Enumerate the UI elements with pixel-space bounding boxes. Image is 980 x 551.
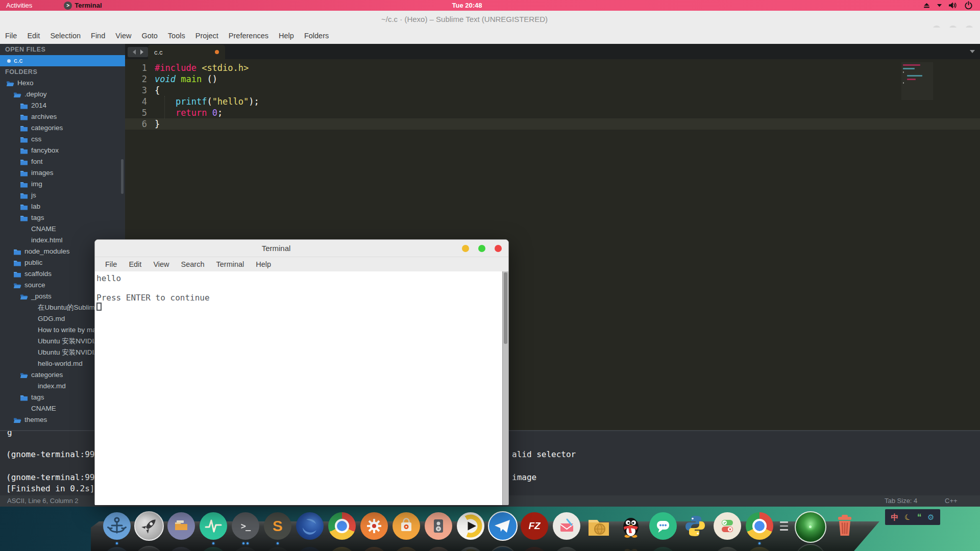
music-player-dock-icon[interactable] xyxy=(425,512,452,540)
dock-separator[interactable] xyxy=(778,512,790,540)
ime-panel[interactable]: 中☾“⚙ xyxy=(885,509,940,525)
file-manager-dock-icon[interactable] xyxy=(167,512,195,540)
tree-item-font[interactable]: font xyxy=(0,156,125,167)
tree-item-lab[interactable]: lab xyxy=(0,201,125,212)
dropdown-caret-icon[interactable] xyxy=(937,4,942,7)
menubar-item-selection[interactable]: Selection xyxy=(50,32,81,40)
tab-list-caret-icon[interactable] xyxy=(970,50,975,53)
mail-dock-icon[interactable] xyxy=(553,512,580,540)
messenger-dock-icon[interactable] xyxy=(649,512,677,540)
code-line-4: 4 printf("hello"); xyxy=(125,96,980,107)
terminal-menu-item-terminal[interactable]: Terminal xyxy=(216,260,244,268)
network-folder-dock-icon[interactable] xyxy=(585,512,612,540)
terminal-line: hello xyxy=(96,273,501,283)
system-tray[interactable] xyxy=(923,0,973,11)
syntax-indicator[interactable]: C++ xyxy=(945,497,958,505)
qq-dock-icon[interactable] xyxy=(617,512,645,540)
terminal-line: Press ENTER to continue xyxy=(96,293,501,303)
trash-dock-icon[interactable] xyxy=(831,512,859,540)
tree-item-css[interactable]: css xyxy=(0,134,125,145)
tree-item-images[interactable]: images xyxy=(0,167,125,179)
tree-item-js[interactable]: js xyxy=(0,190,125,201)
folder-open-icon xyxy=(13,91,21,98)
ubuntu-store-dock-icon[interactable] xyxy=(393,512,420,540)
chrome-dock-icon[interactable] xyxy=(746,512,773,540)
media-player-dock-icon[interactable] xyxy=(457,512,484,540)
minimap[interactable] xyxy=(901,62,933,100)
tree-item-img[interactable]: img xyxy=(0,179,125,190)
python-dock-icon[interactable] xyxy=(681,512,709,540)
tree-item-categories[interactable]: categories xyxy=(0,122,125,134)
quotes-icon[interactable]: “ xyxy=(917,513,922,521)
menubar-item-edit[interactable]: Edit xyxy=(27,32,40,40)
terminal-menu-item-edit[interactable]: Edit xyxy=(129,260,141,268)
minimap-line xyxy=(903,68,915,69)
menubar-item-tools[interactable]: Tools xyxy=(168,32,185,40)
tree-item-label: js xyxy=(31,190,36,201)
tab-size-indicator[interactable]: Tab Size: 4 xyxy=(885,497,917,505)
tree-item-CNAME[interactable]: CNAME xyxy=(0,223,125,235)
tree-item-2014[interactable]: 2014 xyxy=(0,100,125,111)
terminal-dock-icon[interactable]: >_ xyxy=(232,512,259,540)
minimize-button[interactable] xyxy=(462,245,469,252)
chinese-mode-icon[interactable]: 中 xyxy=(891,513,899,521)
rocket-launcher-dock-icon[interactable] xyxy=(134,511,164,541)
indent-guide xyxy=(164,96,165,118)
firefox-dock-icon[interactable] xyxy=(296,512,324,540)
tree-item-fancybox[interactable]: fancybox xyxy=(0,145,125,156)
system-monitor-dock-icon[interactable] xyxy=(200,512,227,540)
console-line-tail: alid selector xyxy=(512,449,576,459)
telegram-dock-icon[interactable] xyxy=(488,511,518,541)
maximize-button[interactable] xyxy=(478,245,485,252)
menubar-item-project[interactable]: Project xyxy=(195,32,218,40)
terminal-scrollbar-thumb[interactable] xyxy=(504,272,507,344)
menubar-item-help[interactable]: Help xyxy=(279,32,294,40)
tab-c.c[interactable]: c.c xyxy=(148,45,225,59)
tree-item-label: font xyxy=(31,156,43,167)
clock[interactable]: Tue 20:48 xyxy=(0,2,957,9)
filezilla-dock-icon[interactable]: FZ xyxy=(521,512,548,540)
power-icon[interactable] xyxy=(964,1,973,10)
eject-icon[interactable] xyxy=(923,2,930,9)
moon-icon[interactable]: ☾ xyxy=(903,512,913,522)
software-center-dock-icon[interactable] xyxy=(360,512,388,540)
gear-icon[interactable]: ⚙ xyxy=(927,513,934,521)
folder-icon xyxy=(20,103,28,109)
folder-open-icon xyxy=(20,293,28,300)
terminal-menu-item-file[interactable]: File xyxy=(105,260,117,268)
prev-tab-icon[interactable] xyxy=(133,49,136,55)
minimap-line xyxy=(907,79,916,80)
tree-item-Hexo[interactable]: Hexo xyxy=(0,78,125,89)
terminal-menu-item-help[interactable]: Help xyxy=(256,260,271,268)
open-file-c.c[interactable]: c.c xyxy=(0,55,125,66)
menubar-item-file[interactable]: File xyxy=(5,32,17,40)
terminal-menu-item-view[interactable]: View xyxy=(153,260,169,268)
tree-item-tags[interactable]: tags xyxy=(0,212,125,223)
terminal-output[interactable]: hello Press ENTER to continue xyxy=(95,271,508,505)
next-tab-icon[interactable] xyxy=(140,49,143,55)
tree-item-label: tags xyxy=(31,212,44,223)
sublime-text-dock-icon[interactable]: S xyxy=(264,512,291,540)
sidebar-scrollbar[interactable] xyxy=(121,159,124,194)
chromium-dock-icon[interactable] xyxy=(328,512,356,540)
running-indicator xyxy=(746,542,773,544)
menubar-item-find[interactable]: Find xyxy=(91,32,105,40)
tab-nav-arrows[interactable] xyxy=(128,47,148,57)
green-orb-dock-icon[interactable] xyxy=(795,511,826,543)
terminal-scrollbar[interactable] xyxy=(502,271,508,505)
menubar-item-view[interactable]: View xyxy=(115,32,131,40)
anchor-dock-icon[interactable] xyxy=(103,512,131,540)
close-button[interactable] xyxy=(495,245,502,252)
tree-item-archives[interactable]: archives xyxy=(0,111,125,122)
toggles-settings-dock-icon[interactable] xyxy=(714,512,741,540)
tree-item-label: themes xyxy=(24,414,47,425)
terminal-window[interactable]: Terminal FileEditViewSearchTerminalHelp … xyxy=(94,239,509,505)
tree-item-.deploy[interactable]: .deploy xyxy=(0,89,125,100)
volume-icon[interactable] xyxy=(948,2,958,9)
menubar-item-preferences[interactable]: Preferences xyxy=(229,32,268,40)
menubar-item-folders[interactable]: Folders xyxy=(304,32,329,40)
terminal-menu-item-search[interactable]: Search xyxy=(181,260,205,268)
terminal-titlebar[interactable]: Terminal xyxy=(95,240,508,257)
sublime-titlebar[interactable]: ~/c.c · (Hexo) – Sublime Text (UNREGISTE… xyxy=(0,11,980,28)
menubar-item-goto[interactable]: Goto xyxy=(141,32,157,40)
